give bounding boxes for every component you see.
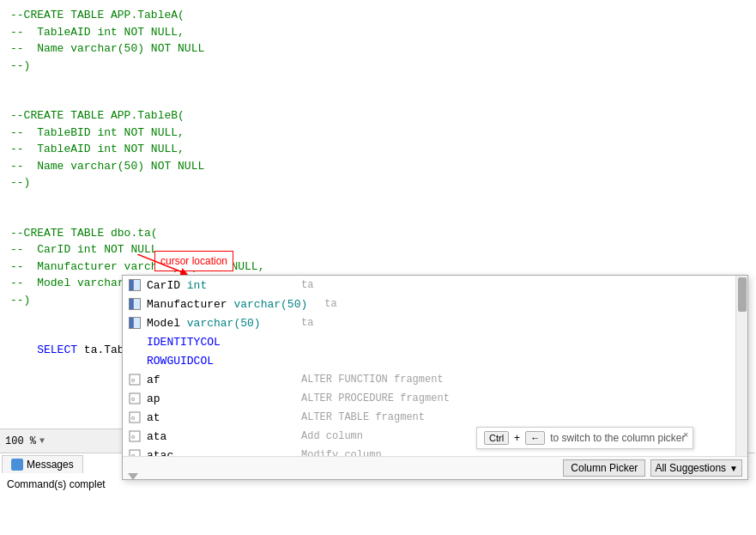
ac-item-name: af [147,374,284,386]
ac-item-source: ta [307,298,742,310]
messages-tab-label: Messages [27,459,74,471]
ac-item-identitycol[interactable]: IDENTITYCOL [123,332,747,351]
column-icon [128,297,142,311]
ac-item-source: ALTER PROCEDURE fragment [284,392,742,404]
code-line: --CREATE TABLE dbo.ta( [10,225,746,242]
left-arrow-key-badge: ← [525,431,545,445]
tooltip-text: to switch to the column picker [550,432,685,444]
code-line [10,208,746,225]
suggestions-label: All Suggestions [655,462,726,474]
ac-item-af[interactable]: ⚙ af ALTER FUNCTION fragment [123,370,747,389]
column-picker-button[interactable]: Column Picker [563,459,645,477]
column-icon [128,316,142,330]
column-icon [128,278,142,292]
code-line: --CREATE TABLE APP.TableB( [10,107,746,125]
snippet-icon: ⚙ [128,429,142,443]
code-line: -- TableAID int NOT NULL, [10,24,746,41]
messages-tab-icon [11,459,23,471]
svg-text:⚙: ⚙ [131,415,136,422]
code-line: -- Name varchar(50) NOT NULL [10,40,746,58]
svg-text:⚙: ⚙ [131,377,136,384]
snippet-icon: ⚙ [128,410,142,424]
svg-text:⚙: ⚙ [131,434,136,441]
ac-item-name: atac [147,449,284,457]
ac-item-source: ta [284,317,742,329]
dropdown-arrow-icon: ▼ [729,464,738,473]
messages-tab[interactable]: Messages [2,455,83,473]
code-line: -- Manufacturer varchar(50) NOT NULL, [10,258,746,276]
ac-item-source: ta [284,279,742,291]
ac-item-name: Model varchar(50) [147,317,284,330]
ac-item-name: ap [147,392,284,405]
autocomplete-dropdown: CarID int ta Manufacturer varchar(50) ta… [122,275,748,480]
code-line: -- TableBID int NOT NULL, [10,125,746,142]
code-line [10,91,746,108]
zoom-value: 100 % [5,435,36,447]
snippet-icon: ⚙ [128,392,142,405]
autocomplete-footer: Column Picker All Suggestions ▼ [123,456,747,479]
code-line [10,192,746,209]
ac-item-ap[interactable]: ⚙ ap ALTER PROCEDURE fragment [123,389,747,408]
code-line [10,74,746,91]
svg-line-1 [137,254,184,273]
svg-text:⚙: ⚙ [131,396,136,403]
ac-item-name: Manufacturer varchar(50) [147,298,307,311]
status-bar: 100 % ▼ [0,429,137,453]
snippet-icon: ⚙ [128,373,142,386]
code-line: --) [10,58,746,75]
ac-item-model[interactable]: Model varchar(50) ta [123,313,747,332]
triangle-indicator [128,473,138,480]
ac-item-carid[interactable]: CarID int ta [123,276,747,295]
ac-item-name: ata [147,430,284,443]
messages-text: Command(s) complet [7,478,106,490]
svg-text:⚙: ⚙ [131,453,136,456]
ctrl-key-badge: Ctrl [484,431,509,445]
ac-item-name: CarID int [147,279,284,292]
ac-item-source: ALTER TABLE fragment [284,411,742,423]
ac-item-at[interactable]: ⚙ at ALTER TABLE fragment [123,408,747,427]
ac-item-rowguidcol[interactable]: ROWGUIDCOL [123,351,747,370]
ac-item-source: ALTER FUNCTION fragment [284,374,742,386]
tooltip-close-button[interactable]: × [683,429,688,440]
ac-item-name: IDENTITYCOL [147,336,284,349]
code-line: --CREATE TABLE APP.TableA( [10,7,746,24]
ac-item-manufacturer[interactable]: Manufacturer varchar(50) ta [123,295,747,313]
plus-sign: + [514,432,520,444]
code-line: --) [10,174,746,192]
snippet-icon: ⚙ [128,448,142,456]
code-line: -- TableAID int NOT NULL, [10,141,746,158]
keyword-icon [128,335,142,349]
suggestions-dropdown[interactable]: All Suggestions ▼ [650,459,742,477]
tooltip-bar: × Ctrl + ← to switch to the column picke… [476,427,693,449]
keyword-icon [128,354,142,368]
autocomplete-scrollbar[interactable] [735,276,747,456]
ac-item-name: at [147,411,284,424]
code-line: -- CarID int NOT NULL, [10,241,746,258]
zoom-dropdown-icon[interactable]: ▼ [39,436,45,446]
ac-item-name: ROWGUIDCOL [147,355,284,368]
ac-item-source: Modify column [284,449,742,456]
scrollbar-thumb[interactable] [738,277,747,312]
code-line: -- Name varchar(50) NOT NULL [10,158,746,175]
